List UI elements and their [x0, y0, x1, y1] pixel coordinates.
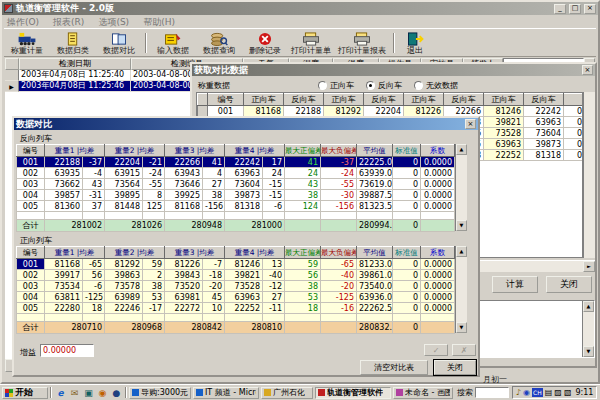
cell[interactable]: -125 — [83, 292, 105, 303]
cell-avg[interactable]: 22225.0 — [357, 157, 393, 168]
cell[interactable]: 39863 — [105, 270, 143, 281]
gain-input[interactable] — [40, 344, 94, 357]
cell[interactable]: 22252 — [484, 150, 524, 161]
scroll-down-arrow[interactable]: ▼ — [456, 220, 467, 231]
cell-maxneg[interactable]: -125 — [321, 292, 357, 303]
cell-maxpos[interactable]: 41 — [285, 157, 321, 168]
cell[interactable]: -37 — [83, 157, 105, 168]
cell[interactable]: 73564 — [105, 179, 143, 190]
cell[interactable]: -4 — [83, 168, 105, 179]
radio-checked[interactable]: 反向车 — [366, 80, 402, 91]
grid-row[interactable]: 00463811-12563989536398145639632753-1256… — [17, 292, 455, 303]
print-icon[interactable]: ▨ — [554, 388, 562, 398]
search-input[interactable] — [475, 387, 509, 398]
cell-num[interactable]: 003 — [17, 281, 45, 292]
cell-num[interactable]: 004 — [17, 190, 45, 201]
cell[interactable]: 73534 — [45, 281, 83, 292]
menu-item-operate[interactable]: 操作(O) — [7, 16, 39, 29]
cell[interactable]: -6 — [263, 201, 285, 212]
cell-std[interactable]: 0 — [393, 292, 421, 303]
radio-option[interactable]: 正向车 — [318, 80, 354, 91]
cell[interactable]: 22242 — [524, 106, 564, 117]
cell[interactable]: 125 — [143, 201, 165, 212]
radio-option[interactable]: 无效数据 — [414, 80, 458, 91]
grid-row[interactable]: 00439857-31398958399253839873-1538-30398… — [17, 190, 455, 201]
menu-item-options[interactable]: 选项(S) — [98, 16, 129, 29]
cell[interactable]: 81168 — [165, 201, 203, 212]
cell[interactable]: 81226 — [404, 106, 444, 117]
cell[interactable]: 81292 — [105, 259, 143, 270]
cell[interactable]: 43 — [83, 179, 105, 190]
grid-row[interactable]: 005222801822246-17222721022252-1118-1622… — [17, 303, 455, 314]
cell-coef[interactable]: 0.0000 — [421, 303, 455, 314]
fetch-grid-vscrollbar[interactable] — [583, 92, 595, 258]
mail-icon[interactable]: ✉ — [68, 387, 81, 399]
cell[interactable]: 39873 — [524, 139, 564, 150]
cell[interactable]: -18 — [203, 270, 225, 281]
memo-vscrollbar[interactable]: ▲▼ — [582, 301, 594, 357]
cell[interactable]: 81246 — [225, 259, 263, 270]
cell[interactable]: 81292 — [324, 106, 364, 117]
grid-row[interactable]: 00373534-6735783873520-2073528-1238-2073… — [17, 281, 455, 292]
cell[interactable]: 22242 — [225, 157, 263, 168]
cell-std[interactable]: 0 — [393, 201, 421, 212]
column-header-date[interactable]: 检测日期 — [19, 58, 131, 70]
media-icon[interactable]: ◉ — [96, 387, 109, 399]
cell-maxpos[interactable]: 56 — [285, 270, 321, 281]
compare-close-button[interactable]: 关闭 — [434, 360, 476, 375]
cell[interactable]: 39925 — [165, 190, 203, 201]
cell-num[interactable]: 003 — [17, 179, 45, 190]
cell[interactable]: 53 — [143, 292, 165, 303]
cell-avg[interactable]: 73540.0 — [357, 281, 393, 292]
cell-num[interactable]: 001 — [17, 259, 45, 270]
cell[interactable]: 37 — [83, 201, 105, 212]
cell-coef[interactable]: 0.0000 — [421, 259, 455, 270]
cell-avg[interactable]: 63939.0 — [357, 168, 393, 179]
toolbar-button-query[interactable]: 数据查询 — [196, 30, 242, 56]
minimize-button[interactable]: _ — [554, 4, 566, 14]
cell-maxneg[interactable]: -40 — [321, 270, 357, 281]
cell[interactable]: 0 — [564, 128, 584, 139]
cell[interactable]: 39917 — [45, 270, 83, 281]
cell-std[interactable]: 0 — [393, 259, 421, 270]
cell-avg[interactable]: 39861.0 — [357, 270, 393, 281]
scroll-right-arrow[interactable]: ► — [583, 261, 595, 272]
globe-icon[interactable]: ● — [110, 387, 123, 399]
cell-maxpos[interactable]: 59 — [285, 259, 321, 270]
grid-row[interactable]: 0018116822188812922220481226222668124622… — [198, 106, 584, 117]
cell[interactable]: 39857 — [45, 190, 83, 201]
cell-num[interactable]: 001 — [17, 157, 45, 168]
cell-avg[interactable]: 22262.5 — [357, 303, 393, 314]
ie-icon[interactable]: e — [54, 387, 67, 399]
cell-maxneg[interactable]: -156 — [321, 201, 357, 212]
toolbar-button-print-slip[interactable]: 打印计量单 — [288, 30, 334, 56]
close-icon[interactable]: × — [582, 65, 593, 75]
scroll-track[interactable] — [456, 257, 467, 322]
cell[interactable]: 39873 — [225, 190, 263, 201]
scroll-up-arrow[interactable]: ▲ — [456, 246, 467, 257]
cell-std[interactable]: 0 — [393, 179, 421, 190]
cell[interactable]: -40 — [263, 270, 285, 281]
grid-row[interactable]: 002399175639863239843-1839821-4056-40398… — [17, 270, 455, 281]
cancel-button[interactable]: ✗ — [452, 344, 476, 356]
taskbar-task[interactable]: 未命名 - 画图 — [393, 387, 453, 399]
cell[interactable]: 73528 — [484, 128, 524, 139]
cell[interactable]: 41 — [203, 157, 225, 168]
toolbar-button-compare[interactable]: 数据对比 — [96, 30, 142, 56]
cell-avg[interactable]: 39887.5 — [357, 190, 393, 201]
cell[interactable]: 39821 — [225, 270, 263, 281]
column-header-indicator[interactable] — [5, 58, 19, 70]
cell-num[interactable]: 004 — [17, 292, 45, 303]
cell[interactable]: 27 — [203, 179, 225, 190]
cell[interactable]: -15 — [263, 190, 285, 201]
cell[interactable]: 73528 — [225, 281, 263, 292]
cell[interactable]: 22204 — [364, 106, 404, 117]
cell[interactable]: 59 — [143, 259, 165, 270]
desktop-icon[interactable]: ▣ — [82, 387, 95, 399]
cell-avg[interactable]: 63936.0 — [357, 292, 393, 303]
cell[interactable]: 38 — [143, 281, 165, 292]
cell[interactable]: 22266 — [444, 106, 484, 117]
cell[interactable]: 81448 — [105, 201, 143, 212]
toolbar-button-classify[interactable]: 数据归类 — [50, 30, 96, 56]
cell-maxneg[interactable]: -37 — [321, 157, 357, 168]
